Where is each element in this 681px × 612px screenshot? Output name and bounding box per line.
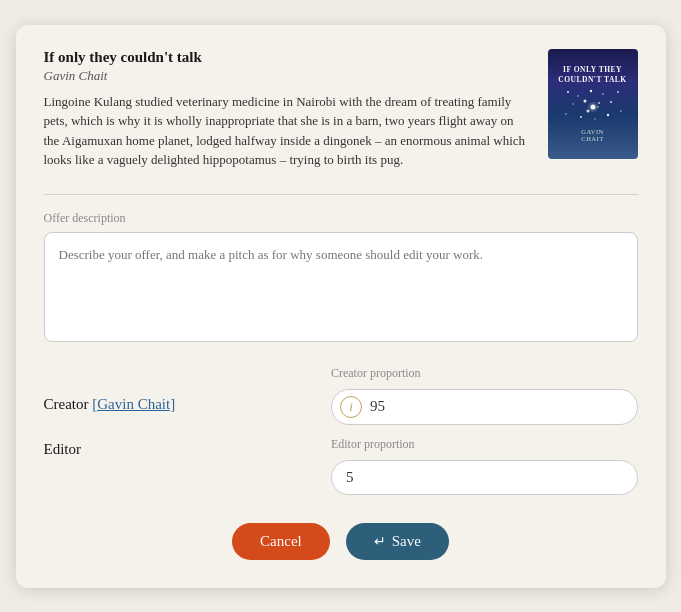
editor-field-label: Editor — [44, 441, 299, 458]
svg-point-1 — [577, 95, 579, 97]
svg-point-5 — [572, 103, 574, 105]
svg-point-15 — [588, 102, 598, 112]
svg-point-10 — [580, 116, 582, 118]
book-description: Lingoine Kulang studied veterinary medic… — [44, 92, 532, 170]
offer-description-textarea[interactable] — [44, 232, 638, 342]
svg-point-0 — [567, 91, 569, 93]
book-cover: IF ONLY THEY COULDN'T TALK — [548, 49, 638, 159]
editor-proportion-input[interactable] — [346, 469, 623, 486]
section-divider — [44, 194, 638, 195]
save-button[interactable]: ↵ Save — [346, 523, 449, 560]
book-cover-stars — [563, 89, 623, 124]
offer-description-label: Offer description — [44, 211, 638, 226]
svg-point-3 — [602, 93, 604, 95]
svg-point-6 — [583, 99, 586, 102]
svg-point-12 — [606, 114, 608, 116]
book-info: If only they couldn't talk Gavin Chait L… — [44, 49, 532, 170]
creator-proportion-input[interactable] — [370, 398, 623, 415]
creator-proportion-group: Creator proportion i — [331, 366, 638, 425]
modal-container: If only they couldn't talk Gavin Chait L… — [16, 25, 666, 588]
editor-proportion-group: Editor proportion — [331, 437, 638, 495]
book-author: Gavin Chait — [44, 68, 532, 84]
svg-point-8 — [610, 101, 612, 103]
creator-link[interactable]: [Gavin Chait] — [92, 396, 175, 412]
svg-point-11 — [594, 118, 596, 120]
creator-editor-col: Creator [Gavin Chait] Editor — [44, 366, 299, 458]
svg-point-17 — [598, 102, 600, 104]
svg-point-13 — [620, 110, 622, 112]
editor-proportion-input-wrap — [331, 460, 638, 495]
editor-proportion-label: Editor proportion — [331, 437, 638, 452]
save-icon: ↵ — [374, 533, 386, 550]
svg-point-9 — [565, 113, 567, 115]
creator-proportion-input-wrap: i — [331, 389, 638, 425]
book-title: If only they couldn't talk — [44, 49, 532, 66]
info-icon: i — [340, 396, 362, 418]
svg-point-16 — [586, 109, 589, 112]
book-cover-title: IF ONLY THEY COULDN'T TALK — [558, 65, 626, 85]
save-label: Save — [392, 533, 421, 550]
svg-point-4 — [617, 91, 619, 93]
book-section: If only they couldn't talk Gavin Chait L… — [44, 49, 638, 170]
creator-proportion-label: Creator proportion — [331, 366, 638, 381]
svg-point-2 — [589, 90, 591, 92]
fields-section: Creator [Gavin Chait] Editor Creator pro… — [44, 366, 638, 495]
book-cover-author: GAVINCHAIT — [581, 128, 604, 142]
cancel-button[interactable]: Cancel — [232, 523, 330, 560]
buttons-row: Cancel ↵ Save — [44, 523, 638, 560]
proportion-col: Creator proportion i Editor proportion — [331, 366, 638, 495]
creator-field-label: Creator [Gavin Chait] — [44, 396, 299, 413]
